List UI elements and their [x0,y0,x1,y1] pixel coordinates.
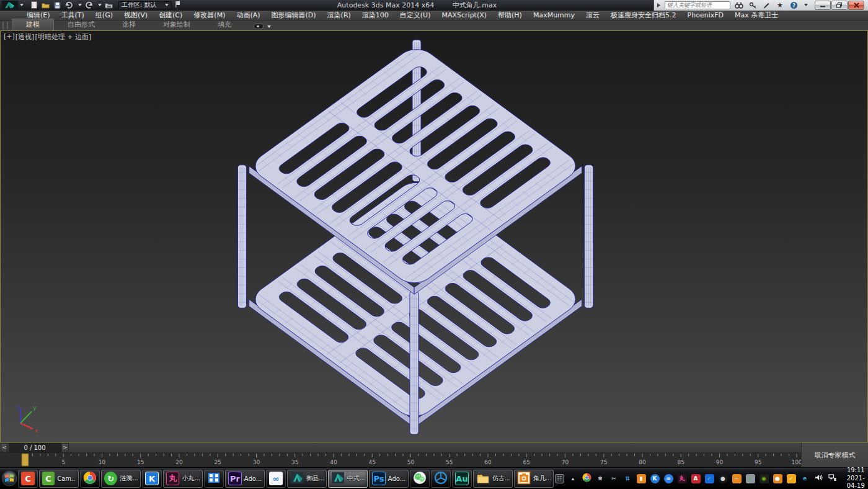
track-bar[interactable]: 0510152025303540455055606570758085909510… [0,453,801,467]
wireframe-table-model[interactable] [1,31,867,441]
ribbon-tab-3[interactable]: 对象绘制 [149,19,204,30]
ribbon-tab-1[interactable]: 自由形式 [54,19,108,30]
menu-item-11[interactable]: MAXScript(X) [436,11,492,20]
workspace-pin-icon[interactable] [175,1,180,9]
start-button[interactable] [1,469,17,489]
next-frame-button[interactable]: > [61,443,69,452]
taskbar-pinned-chrome-2[interactable] [80,470,100,488]
workspace-selector[interactable]: 工作区: 默认 [118,1,172,9]
ribbon-media-button[interactable] [254,24,271,29]
tray-keyboard-icon[interactable]: ☷ [554,473,564,483]
ribbon-drag-handle[interactable] [2,22,8,29]
taskbar-window-premiere-7[interactable]: PrAdo... [225,470,265,488]
screenshot-icon [517,471,531,487]
tray-baidupan-tray-icon[interactable]: ∞ [663,473,673,483]
taskbar-clock[interactable]: 19:11 2021-04-19 [846,467,866,489]
tray-snowflake-tray-icon[interactable]: ✱ [595,473,605,483]
new-file-button[interactable] [29,1,38,9]
tray-window-tray-icon[interactable]: ─ [732,473,742,483]
taskbar-window-camtasia-green-1[interactable]: CCam... [39,470,79,488]
menu-item-14[interactable]: 渲云 [580,11,605,20]
undo-dropdown-caret[interactable] [78,4,82,6]
tray-scissors-tray-icon[interactable]: ✂ [609,473,619,483]
tray-k-tray-icon[interactable]: K [650,473,660,483]
taskbar-pinned-aperture-13[interactable] [431,470,451,488]
aperture-icon [434,471,448,487]
svg-text:15: 15 [137,459,144,465]
tray-network-icon[interactable] [827,473,837,483]
taskbar-pinned-baidu-pan-8[interactable]: ∞ [266,470,286,488]
menu-item-8[interactable]: 渲染(R) [322,11,356,20]
tray-sync-tray-icon[interactable]: ⇅ [622,473,632,483]
redo-button[interactable] [84,1,94,9]
help-icon[interactable]: ? [789,1,799,9]
menu-item-17[interactable]: Max 杀毒卫士 [729,11,784,20]
open-file-button[interactable] [41,1,50,9]
tray-usb-eject-icon[interactable]: ✓ [745,473,755,483]
menu-item-13[interactable]: MaxMummy [528,11,580,20]
infocenter-collapse-icon[interactable] [657,2,661,8]
y-axis-line [20,411,32,423]
nvidia-tray-icon: ◉ [760,474,769,483]
tray-ie-tray-icon[interactable]: e [800,473,810,483]
tray-phone-tray-icon[interactable]: ▮ [636,473,646,483]
restore-button[interactable] [831,1,848,10]
menu-item-7[interactable]: 图形编辑器(D) [266,11,322,20]
taskbar-pinned-audition-14[interactable]: Au [452,470,472,488]
taskbar-pinned-camtasia-red-0[interactable]: C [18,470,38,488]
cancel-expert-mode-button[interactable]: 取消专家模式 [812,449,858,462]
window-tray-icon: ─ [732,474,742,483]
save-file-button[interactable] [53,1,62,9]
taskbar-window-max-9[interactable]: 御品... [287,470,327,488]
viewport-menu-pov[interactable]: [透视] [16,32,35,42]
menu-item-12[interactable]: 帮助(H) [492,11,528,20]
tray-tray-expand-icon[interactable]: ▴ [568,473,578,483]
taskbar-window-max-10[interactable]: 中式... [328,470,368,488]
tray-xiaowan-tray-icon[interactable]: 丸 [677,473,687,483]
tray-nvidia-tray-icon[interactable]: ◉ [759,473,769,483]
menu-item-15[interactable]: 极速瘦身安全归档5.2 [605,11,682,20]
tray-sogou-tray-icon[interactable]: ● [718,473,728,483]
favorites-star-icon[interactable]: ★ [775,1,785,9]
communication-center-icon[interactable] [761,1,771,9]
taskbar-window-xiaowan-5[interactable]: 丸小丸... [163,470,203,488]
tray-manager-tray-icon[interactable]: ✓ [704,473,714,483]
taskbar-window-screenshot-16[interactable]: 角几... [514,470,554,488]
taskbar-pinned-wechat-12[interactable] [410,470,430,488]
help-dropdown-caret[interactable] [804,4,808,6]
tray-volume-icon[interactable] [813,473,823,483]
close-button[interactable] [848,1,864,10]
ribbon-tab-2[interactable]: 选择 [108,19,149,30]
taskbar-pinned-filmstrip-6[interactable] [204,470,224,488]
svg-text:80: 80 [639,459,646,465]
taskbar-pinned-k-app-4[interactable]: K [142,470,162,488]
time-slider[interactable] [22,454,29,466]
search-input[interactable] [665,1,730,9]
tray-shield-tray-icon[interactable]: ✓ [786,473,796,483]
project-folder-button[interactable] [104,1,113,9]
ribbon-tab-0[interactable]: 建模 [12,19,54,30]
menu-item-9[interactable]: 渲染100 [356,11,394,20]
taskbar-window-folder-15[interactable]: 仿古... [473,470,513,488]
tray-chrome-tray-icon[interactable] [582,473,591,483]
subscription-key-icon[interactable] [748,1,758,9]
undo-button[interactable] [64,1,74,9]
taskbar-window-photoshop-11[interactable]: PsAdo... [369,470,409,488]
time-ruler[interactable]: 0510152025303540455055606570758085909510… [0,453,801,467]
taskbar-window-label: 仿古... [492,474,510,483]
viewport-menu-general[interactable]: [+] [4,32,15,42]
perspective-viewport[interactable]: [+] [透视] [明暗处理 + 边面] z y x [0,30,868,442]
filmstrip-icon [207,471,221,487]
menu-item-10[interactable]: 自定义(U) [394,11,436,20]
tray-adobe-tray-icon[interactable]: A [691,473,701,483]
application-menu-button[interactable] [0,0,25,11]
tray-camera-tray-icon[interactable]: ● [773,473,782,483]
viewport-menu-shading[interactable]: [明暗处理 + 边面] [35,32,91,42]
search-button-binoculars-icon[interactable] [734,1,744,9]
redo-dropdown-caret[interactable] [98,4,102,6]
previous-frame-button[interactable]: < [1,443,8,452]
ribbon-tab-4[interactable]: 填充 [204,19,245,30]
taskbar-window-green-refresh-3[interactable]: ↻涟漪... [101,470,141,488]
minimize-button[interactable] [815,1,831,10]
menu-item-16[interactable]: PhoenixFD [682,11,729,20]
